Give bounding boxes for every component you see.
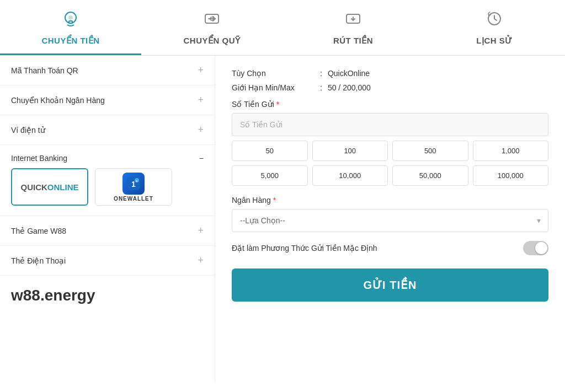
amount-btn-100000[interactable]: 100,000: [473, 165, 549, 186]
tuy-chon-value: QuickOnline: [328, 69, 370, 78]
amount-btn-1000[interactable]: 1,000: [473, 141, 549, 161]
amount-btn-500[interactable]: 500: [392, 141, 468, 161]
toggle-row: Đặt làm Phương Thức Gửi Tiền Mặc Định: [232, 241, 548, 255]
amount-buttons-grid: 50 100 500 1,000 5,000 10,000 50,000 100…: [232, 141, 548, 186]
plus-icon-chuyen-khoan: +: [198, 94, 204, 106]
tuy-chon-label: Tùy Chọn: [232, 69, 320, 78]
ngan-hang-select-wrapper: --Lựa Chọn-- ▾: [232, 209, 548, 232]
default-payment-toggle[interactable]: [523, 241, 548, 255]
ngan-hang-required: *: [273, 196, 276, 205]
lich-su-icon: [486, 10, 503, 31]
rut-tien-icon: [344, 10, 362, 31]
minus-icon-ib: −: [199, 154, 204, 163]
plus-icon-the-game: +: [198, 225, 204, 237]
sidebar-item-chuyen-khoan-label: Chuyển Khoản Ngân Hàng: [11, 96, 105, 105]
onewallet-icon: 1 c: [122, 173, 145, 195]
gioi-han-row: Giới Hạn Min/Max : 50 / 200,000: [232, 83, 548, 92]
plus-icon-the-dien-thoai: +: [198, 255, 204, 266]
amount-btn-5000[interactable]: 5,000: [232, 165, 308, 186]
tab-chuyen-quy[interactable]: CHUYỂN QUỸ: [141, 0, 282, 55]
gui-tien-button[interactable]: GỬI TIỀN: [232, 269, 548, 302]
internet-banking-section: Internet Banking − QUICKONLINE 1: [0, 145, 215, 216]
tuy-chon-colon: :: [320, 69, 322, 78]
toggle-knob: [535, 242, 547, 254]
amount-btn-10000[interactable]: 10,000: [312, 165, 388, 186]
required-marker: *: [276, 100, 279, 109]
chuyen-tien-icon: [62, 10, 79, 31]
sidebar-item-the-game[interactable]: Thẻ Game W88 +: [0, 216, 215, 246]
tab-chuyen-quy-label: CHUYỂN QUỸ: [183, 36, 240, 46]
plus-icon-ma-thanh-toan: +: [198, 65, 204, 76]
plus-icon-vi-dien-tu: +: [198, 124, 204, 136]
svg-rect-2: [69, 21, 72, 23]
so-tien-gui-field-label: Số Tiền Gửi *: [232, 100, 548, 109]
tab-lich-su[interactable]: LỊCH SỬ: [424, 0, 565, 55]
gioi-han-colon: :: [320, 83, 322, 92]
quickonline-logo: QUICKONLINE: [20, 182, 78, 192]
tab-chuyen-tien-label: CHUYỂN TIỀN: [41, 36, 99, 46]
tab-rut-tien[interactable]: RÚT TIỀN: [282, 0, 424, 55]
chuyen-quy-icon: [203, 10, 221, 31]
content-area: Tùy Chọn : QuickOnline Giới Hạn Min/Max …: [215, 56, 565, 382]
tab-rut-tien-label: RÚT TIỀN: [333, 36, 373, 46]
sidebar-item-chuyen-khoan[interactable]: Chuyển Khoản Ngân Hàng +: [0, 85, 215, 115]
sidebar-item-the-game-label: Thẻ Game W88: [11, 227, 66, 235]
main-layout: Mã Thanh Toán QR + Chuyển Khoản Ngân Hàn…: [0, 56, 565, 382]
ngan-hang-field-label: Ngân Hàng *: [232, 196, 548, 205]
sidebar-item-vi-dien-tu[interactable]: Ví điện tử +: [0, 115, 215, 145]
sidebar-item-ma-thanh-toan[interactable]: Mã Thanh Toán QR +: [0, 56, 215, 85]
gioi-han-label: Giới Hạn Min/Max: [232, 83, 320, 92]
amount-btn-50[interactable]: 50: [232, 141, 308, 161]
ib-cards: QUICKONLINE 1 c ONEWALLET: [11, 168, 204, 210]
top-tabs-bar: CHUYỂN TIỀN CHUYỂN QUỸ RÚT TIỀN: [0, 0, 565, 56]
sidebar: Mã Thanh Toán QR + Chuyển Khoản Ngân Hàn…: [0, 56, 215, 382]
tab-chuyen-tien[interactable]: CHUYỂN TIỀN: [0, 0, 141, 55]
watermark: w88.energy: [0, 276, 215, 315]
gioi-han-value: 50 / 200,000: [328, 83, 371, 92]
amount-btn-100[interactable]: 100: [312, 141, 388, 161]
tab-lich-su-label: LỊCH SỬ: [476, 36, 513, 46]
ib-card-quickonline[interactable]: QUICKONLINE: [11, 168, 88, 206]
tuy-chon-row: Tùy Chọn : QuickOnline: [232, 69, 548, 78]
onewallet-card: 1 c ONEWALLET: [114, 173, 153, 202]
sidebar-item-the-dien-thoai[interactable]: Thẻ Điện Thoại +: [0, 246, 215, 276]
ngan-hang-select[interactable]: --Lựa Chọn--: [232, 209, 548, 232]
svg-point-1: [68, 15, 73, 20]
ib-card-onewallet[interactable]: 1 c ONEWALLET: [95, 168, 172, 206]
internet-banking-label[interactable]: Internet Banking −: [11, 145, 204, 168]
sidebar-item-ma-thanh-toan-label: Mã Thanh Toán QR: [11, 66, 78, 75]
toggle-label: Đặt làm Phương Thức Gửi Tiền Mặc Định: [232, 244, 377, 253]
amount-btn-50000[interactable]: 50,000: [392, 165, 468, 186]
sidebar-item-the-dien-thoai-label: Thẻ Điện Thoại: [11, 256, 66, 265]
so-tien-gui-input[interactable]: [232, 113, 548, 136]
sidebar-item-vi-dien-tu-label: Ví điện tử: [11, 126, 45, 135]
